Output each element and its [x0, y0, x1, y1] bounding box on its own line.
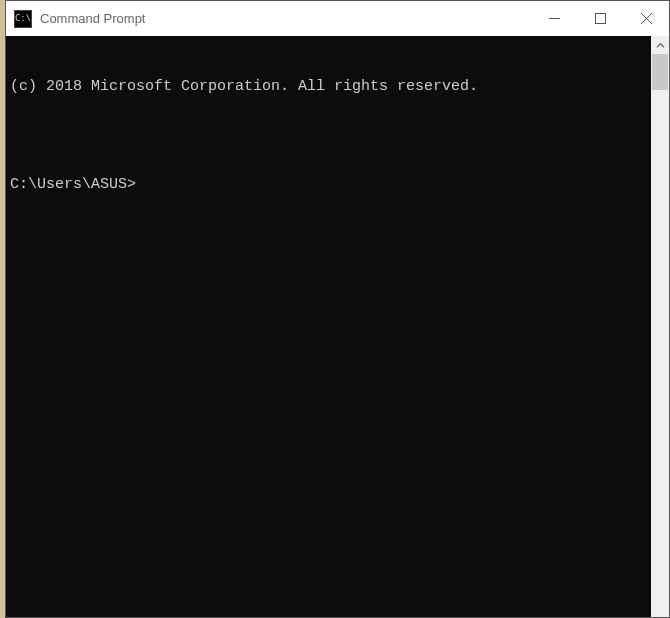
- cursor: [136, 175, 144, 191]
- app-icon-label: C:\: [15, 14, 31, 23]
- scroll-up-button[interactable]: [651, 36, 669, 54]
- terminal-output[interactable]: (c) 2018 Microsoft Corporation. All righ…: [6, 36, 651, 617]
- minimize-button[interactable]: [531, 1, 577, 36]
- titlebar[interactable]: C:\ Command Prompt: [6, 1, 669, 36]
- svg-rect-1: [595, 14, 605, 24]
- close-icon: [641, 13, 652, 24]
- maximize-button[interactable]: [577, 1, 623, 36]
- window-title: Command Prompt: [40, 11, 531, 26]
- vertical-scrollbar[interactable]: [651, 36, 669, 617]
- app-icon: C:\: [14, 10, 32, 28]
- scroll-thumb[interactable]: [652, 54, 668, 90]
- terminal-area: (c) 2018 Microsoft Corporation. All righ…: [6, 36, 669, 617]
- minimize-icon: [549, 13, 560, 24]
- command-prompt-window: C:\ Command Prompt (c) 2018 Microsoft Co…: [5, 0, 670, 618]
- window-controls: [531, 1, 669, 36]
- prompt-line: C:\Users\ASUS>: [10, 175, 647, 195]
- close-button[interactable]: [623, 1, 669, 36]
- maximize-icon: [595, 13, 606, 24]
- chevron-up-icon: [656, 41, 665, 50]
- prompt-text: C:\Users\ASUS>: [10, 175, 136, 195]
- copyright-line: (c) 2018 Microsoft Corporation. All righ…: [10, 77, 647, 97]
